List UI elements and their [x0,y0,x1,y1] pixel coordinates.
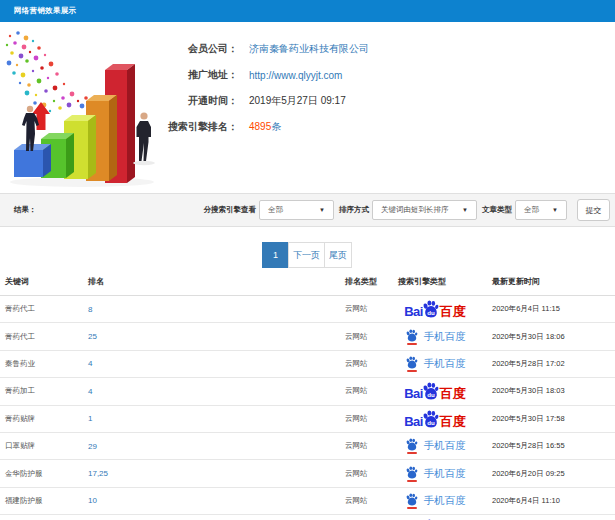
info-label: 搜索引擎排名： [0,120,238,134]
dropdown-arrow-icon: ▼ [462,207,468,213]
time-cell: 2020年5月28日 16:55 [487,441,615,451]
rank-value[interactable]: 4 [88,387,92,396]
keyword-cell: 福建防护服 [0,496,85,506]
rank-type-cell: 云网站 [340,469,395,479]
info-value: 2019年5月27日 09:17 [249,94,346,108]
rank-value[interactable]: 4 [88,359,92,368]
engine-cell: Bai du百度 [395,300,487,318]
mobile-baidu-logo: 手机百度 [405,466,466,482]
info-value[interactable]: http://www.qlyyjt.com [249,70,342,81]
table-row: 膏药加工4云网站Bai du百度2020年5月30日 18:03 [0,378,615,405]
header-rank: 排名 [85,276,340,287]
rank-cell: 8 [85,305,340,314]
keyword-cell: 秦鲁药业 [0,359,85,369]
rank-value[interactable]: 8 [88,305,92,314]
submit-button[interactable]: 提交 [577,199,610,221]
mobile-baidu-logo: 手机百度 [405,329,466,345]
keyword-cell: 膏药代工 [0,304,85,314]
info-row: 推广地址：http://www.qlyyjt.com [0,62,615,88]
baidu-paw-icon [405,329,419,345]
baidu-logo: Bai du百度 [404,382,466,400]
engine-cell: 手机百度 [395,493,487,509]
rank-value[interactable]: 29 [88,442,97,451]
rank-cell: 4 [85,359,340,368]
table-row: 金华防护服17,25云网站 手机百度2020年6月20日 09:25 [0,460,615,487]
time-cell: 2020年6月4日 11:15 [487,304,615,314]
rank-cell: 25 [85,332,340,341]
info-label: 会员公司： [0,42,238,56]
time-cell: 2020年5月30日 17:58 [487,414,615,424]
filter-bar: 结果： 分搜索引擎查看 全部▼ 排序方式 关键词由短到长排序▼ 文章类型 全部▼… [0,193,615,227]
baidu-paw-icon [405,466,419,482]
rank-type-cell: 云网站 [340,441,395,451]
table-body: 膏药代工8云网站Bai du百度2020年6月4日 11:15膏药代工25云网站… [0,296,615,520]
result-label: 结果： [14,205,37,215]
engine-filter-label: 分搜索引擎查看 [204,205,257,215]
rank-type-cell: 云网站 [340,496,395,506]
rank-value[interactable]: 1 [88,414,92,423]
header-engine-type: 搜索引擎类型 [395,276,487,287]
time-cell: 2020年6月20日 09:25 [487,469,615,479]
rank-cell: 10 [85,496,340,505]
results-table: 关键词 排名 排名类型 搜索引擎类型 最新更新时间 膏药代工8云网站Bai du… [0,268,615,520]
info-row: 搜索引擎排名：4895条 [0,114,615,140]
mobile-baidu-logo: 手机百度 [405,438,466,454]
engine-cell: 手机百度 [395,329,487,345]
rank-cell: 29 [85,442,340,451]
svg-text:du: du [427,309,435,316]
baidu-paw-icon [405,493,419,509]
rank-value[interactable]: 25 [88,332,97,341]
info-value: 4895条 [249,120,281,134]
rank-type-cell: 云网站 [340,359,395,369]
table-row: 膏药代工8云网站Bai du百度2020年6月4日 11:15 [0,296,615,323]
table-header-row: 关键词 排名 排名类型 搜索引擎类型 最新更新时间 [0,268,615,296]
article-filter-label: 文章类型 [482,205,512,215]
sort-filter-label: 排序方式 [339,205,369,215]
keyword-cell: 口罩贴牌 [0,441,85,451]
header-keyword: 关键词 [0,276,85,287]
table-row: 膏药贴牌1云网站Bai du百度2020年5月30日 17:58 [0,406,615,433]
time-cell: 2020年5月30日 18:03 [487,386,615,396]
header-rank-type: 排名类型 [340,276,395,287]
profile-section: 会员公司：济南秦鲁药业科技有限公司推广地址：http://www.qlyyjt.… [0,22,615,193]
rank-cell: 4 [85,387,340,396]
rank-type-cell: 云网站 [340,332,395,342]
filter-controls: 分搜索引擎查看 全部▼ 排序方式 关键词由短到长排序▼ 文章类型 全部▼ 提交 [204,199,611,221]
baidu-logo: Bai du百度 [404,410,466,428]
keyword-cell: 膏药加工 [0,386,85,396]
info-label: 开通时间： [0,94,238,108]
article-select[interactable]: 全部▼ [515,200,567,220]
keyword-cell: 膏药代工 [0,332,85,342]
svg-text:du: du [427,391,435,398]
baidu-paw-icon [405,438,419,454]
rank-type-cell: 云网站 [340,414,395,424]
company-info: 会员公司：济南秦鲁药业科技有限公司推广地址：http://www.qlyyjt.… [0,36,615,140]
rank-type-cell: 云网站 [340,304,395,314]
rank-type-cell: 云网站 [340,386,395,396]
info-value[interactable]: 济南秦鲁药业科技有限公司 [249,42,369,56]
mobile-baidu-logo: 手机百度 [405,356,466,372]
engine-select[interactable]: 全部▼ [259,200,334,220]
engine-cell: 手机百度 [395,438,487,454]
time-cell: 2020年5月28日 17:02 [487,359,615,369]
header-update-time: 最新更新时间 [487,276,615,287]
table-row: 秦鲁药业4云网站 手机百度2020年5月28日 17:02 [0,351,615,378]
page-1-button[interactable]: 1 [262,242,289,268]
sort-select[interactable]: 关键词由短到长排序▼ [372,200,477,220]
next-page-button[interactable]: 下一页 [288,242,325,268]
pagination: 1 下一页 尾页 [0,227,615,268]
dropdown-arrow-icon: ▼ [552,207,558,213]
table-row: 口罩贴牌29云网站 手机百度2020年5月28日 16:55 [0,433,615,460]
svg-text:du: du [427,419,435,426]
rank-cell: 1 [85,414,340,423]
info-label: 推广地址： [0,68,238,82]
rank-value[interactable]: 17,25 [88,469,108,478]
engine-cell: Bai du百度 [395,382,487,400]
time-cell: 2020年6月4日 11:10 [487,496,615,506]
keyword-cell: 金华防护服 [0,469,85,479]
rank-value[interactable]: 10 [88,496,97,505]
baidu-logo: Bai du百度 [404,300,466,318]
last-page-button[interactable]: 尾页 [324,242,352,268]
dropdown-arrow-icon: ▼ [319,207,325,213]
info-row: 会员公司：济南秦鲁药业科技有限公司 [0,36,615,62]
